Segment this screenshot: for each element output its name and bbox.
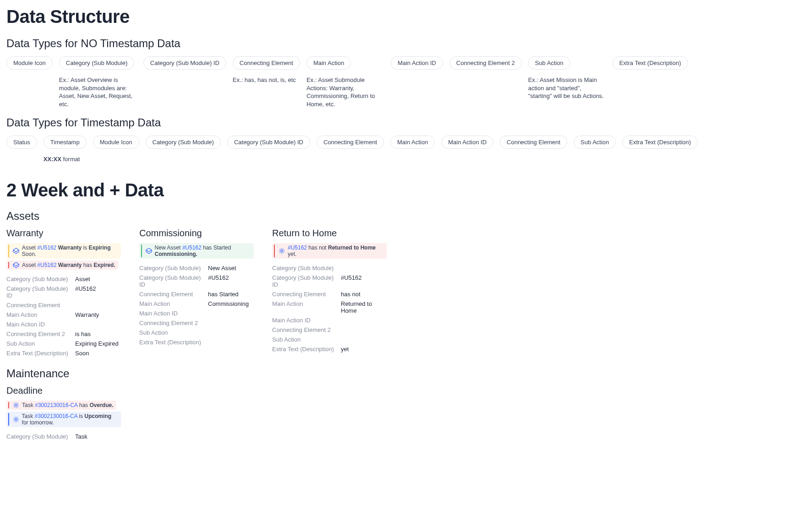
status-bar — [8, 413, 9, 426]
kv-value: #U5162 — [341, 274, 362, 288]
pill: Module Icon — [93, 136, 139, 149]
pill: Category (Sub Module) — [146, 136, 221, 149]
emphasis: Expiring — [89, 244, 111, 251]
data-column: Return to Home#U5162 has not Returned to… — [272, 228, 387, 358]
column-title: Return to Home — [272, 228, 387, 239]
status-bar — [8, 244, 9, 257]
pill-column: Connecting Element — [317, 136, 384, 163]
log-line: Task #3002130016-CA is Upcoming for tomo… — [6, 412, 121, 427]
pill: Timestamp — [44, 136, 87, 149]
log-text: New Asset #U5162 has Started Commissioni… — [155, 244, 251, 257]
kv-key: Main Action ID — [6, 321, 75, 328]
kv-key: Connecting Element 2 — [272, 326, 341, 333]
pill: Main Action ID — [391, 56, 443, 70]
kv-key: Sub Action — [6, 340, 75, 347]
pill: Sub Action — [528, 56, 570, 70]
kv-row: Connecting Elementhas Started — [139, 289, 254, 299]
kv-key: Extra Text (Description) — [6, 350, 75, 357]
id-link[interactable]: #U5162 — [182, 244, 202, 251]
assets-heading: Assets — [6, 210, 793, 223]
kv-row: Category (Sub Module)Task — [6, 432, 121, 441]
pill-column: Main Action ID — [391, 56, 443, 108]
pill-column: Status — [6, 136, 37, 163]
page-title: Data Structure — [6, 6, 793, 27]
log-text: Task #3002130016-CA is Upcoming for tomo… — [22, 413, 118, 426]
kv-row: Connecting Element — [6, 300, 121, 310]
pill-description: Ex.: Asset Mission is Main action and "s… — [528, 76, 606, 100]
column-title: Commissioning — [139, 228, 254, 239]
kv-value: #U5162 — [75, 285, 96, 299]
maintenance-columns: DeadlineTask #3002130016-CA has Overdue.… — [6, 385, 793, 441]
emphasis: Expired. — [93, 262, 115, 268]
status-bar — [8, 262, 9, 268]
log-text: Asset #U5162 Warranty is Expiring Soon. — [22, 244, 118, 257]
data-column: DeadlineTask #3002130016-CA has Overdue.… — [6, 385, 121, 441]
two-week-heading: 2 Week and + Data — [6, 180, 793, 201]
kv-row: Connecting Element 2is has — [6, 329, 121, 339]
kv-row: Sub Action — [139, 328, 254, 337]
kv-row: Category (Sub Module) ID#U5162 — [6, 284, 121, 300]
kv-row: Category (Sub Module) — [272, 263, 387, 273]
pill: Main Action — [390, 136, 435, 149]
kv-key: Category (Sub Module) — [272, 265, 341, 271]
id-link[interactable]: #U5162 — [37, 262, 56, 268]
pill-description: Ex.: has, has not, is, etc — [233, 76, 296, 84]
id-link[interactable]: #U5162 — [288, 244, 307, 251]
id-link[interactable]: #3002130016-CA — [35, 402, 77, 408]
pill-description: Ex.: Asset Overview is module, Submodule… — [59, 76, 137, 108]
gear-icon — [13, 402, 19, 408]
kv-row: Main ActionWarranty — [6, 310, 121, 320]
pill: Connecting Element — [500, 136, 567, 149]
kv-value: #U5162 — [208, 274, 229, 288]
pill-row-no-timestamp: Module IconCategory (Sub Module)Ex.: Ass… — [6, 56, 793, 108]
kv-key: Connecting Element — [139, 291, 208, 298]
pill-column: Connecting ElementEx.: has, has not, is,… — [233, 56, 300, 108]
kv-value: Soon — [75, 350, 89, 357]
kv-value: Asset — [75, 276, 90, 282]
column-title: Deadline — [6, 385, 121, 396]
kv-row: Category (Sub Module) ID#U5162 — [272, 273, 387, 289]
id-link[interactable]: #U5162 — [37, 244, 56, 251]
gear-icon — [279, 248, 285, 254]
data-column: WarrantyAsset #U5162 Warranty is Expirin… — [6, 228, 121, 358]
pill-column: TimestampXX:XX format — [44, 136, 87, 163]
status-bar — [8, 402, 9, 408]
kv-row: Main Action ID — [139, 309, 254, 318]
pill: Status — [6, 136, 37, 149]
kv-row: Extra Text (Description)Soon — [6, 348, 121, 358]
kv-row: Category (Sub Module) ID#U5162 — [139, 273, 254, 289]
pill: Connecting Element — [317, 136, 384, 149]
kv-key: Main Action ID — [272, 317, 341, 324]
pill: Extra Text (Description) — [622, 136, 698, 149]
kv-value: Expiring Expired — [75, 340, 119, 347]
log-text: Asset #U5162 Warranty has Expired. — [22, 262, 115, 268]
pill-description: XX:XX format — [44, 155, 80, 163]
pill-column: Extra Text (Description) — [622, 136, 698, 163]
pill-column: Connecting Element 2 — [449, 56, 522, 108]
kv-key: Connecting Element 2 — [6, 331, 75, 337]
pill: Category (Sub Module) — [59, 56, 134, 70]
log-line: #U5162 has not Returned to Home yet. — [272, 243, 387, 259]
emphasis: Returned to Home — [328, 244, 376, 251]
pill-column: Category (Sub Module) ID — [227, 136, 310, 163]
kv-key: Main Action — [6, 311, 75, 318]
kv-list: Category (Sub Module)AssetCategory (Sub … — [6, 274, 121, 358]
kv-value: Returned to Home — [341, 300, 387, 314]
status-bar — [141, 244, 142, 257]
kv-value: has Started — [208, 291, 239, 298]
pill: Category (Sub Module) ID — [143, 56, 226, 70]
emphasis: Commissioning. — [155, 251, 197, 257]
pill-row-timestamp: StatusTimestampXX:XX formatModule IconCa… — [6, 136, 793, 163]
pill-column: Category (Sub Module) — [146, 136, 221, 163]
pill-column: Main Action ID — [441, 136, 493, 163]
pill-description: Ex.: Asset Submodule Actions: Warranty, … — [306, 76, 384, 108]
kv-key: Main Action ID — [139, 310, 208, 317]
kv-key: Connecting Element — [6, 302, 75, 309]
pill: Module Icon — [6, 56, 53, 70]
pill: Category (Sub Module) ID — [227, 136, 310, 149]
pill: Connecting Element 2 — [449, 56, 522, 70]
log-text: Task #3002130016-CA has Overdue. — [22, 402, 113, 408]
kv-value: New Asset — [208, 265, 236, 271]
id-link[interactable]: #3002130016-CA — [35, 413, 77, 419]
log-line: Task #3002130016-CA has Overdue. — [6, 401, 116, 410]
